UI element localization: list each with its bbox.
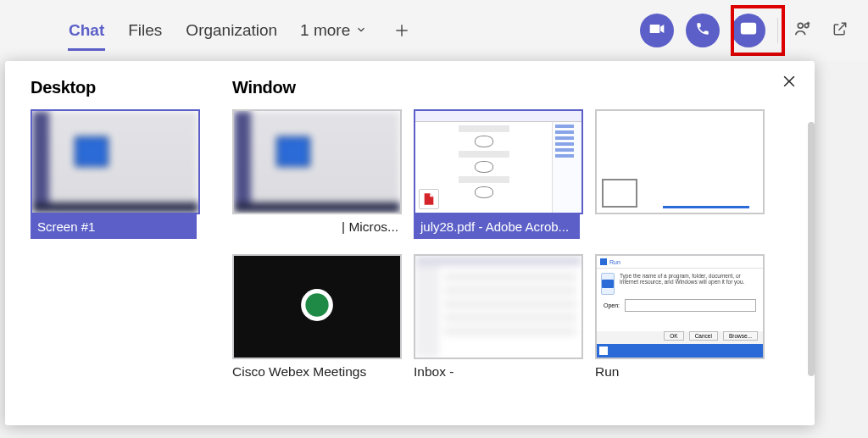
video-icon [648, 20, 665, 41]
pop-out-button[interactable] [827, 18, 853, 43]
share-tile-window[interactable]: july28.pdf - Adobe Acrob... [414, 109, 580, 239]
share-thumbnail [232, 109, 402, 214]
svg-rect-10 [602, 280, 614, 288]
close-panel-button[interactable] [781, 73, 798, 93]
tab-label: Organization [186, 21, 277, 40]
svg-point-8 [305, 293, 328, 316]
divider [777, 18, 778, 43]
tab-label: Chat [69, 21, 104, 40]
share-tile-window[interactable]: Cisco Webex Meetings [232, 254, 398, 380]
webex-logo-icon [299, 287, 335, 326]
run-open-label: Open: [604, 302, 620, 308]
share-tile-window[interactable]: | Micros... [232, 109, 398, 239]
share-tile-label: Run [595, 364, 761, 380]
close-icon [781, 78, 798, 92]
section-heading-window: Window [232, 78, 775, 97]
window-section: Window | Micros... [232, 78, 775, 380]
share-tile-label: Inbox - [414, 364, 580, 380]
share-tile-caption: july28.pdf - Adobe Acrob... [414, 214, 580, 239]
share-thumbnail: Run Type the name of a program, folder, … [595, 254, 765, 359]
share-tile-label: | Micros... [232, 219, 398, 235]
more-label: 1 more [300, 21, 350, 40]
run-cancel-btn: Cancel [689, 331, 718, 341]
run-dialog-icon [600, 258, 607, 266]
pop-out-icon [832, 20, 849, 41]
run-program-icon [601, 273, 615, 295]
pdf-icon [419, 189, 439, 209]
share-tile-window[interactable]: Run Type the name of a program, folder, … [595, 254, 761, 380]
svg-point-3 [798, 23, 803, 28]
share-thumbnail [31, 109, 200, 214]
run-ok-btn: OK [664, 331, 683, 341]
run-dialog-title: Run [609, 259, 620, 265]
add-tab-button[interactable] [389, 18, 415, 43]
share-tile-window[interactable] [595, 109, 761, 239]
share-tile-window[interactable]: Inbox - [414, 254, 580, 380]
run-instruction-text: Type the name of a program, folder, docu… [620, 273, 759, 295]
header-actions [640, 14, 853, 47]
tab-organization[interactable]: Organization [185, 0, 278, 61]
add-people-button[interactable] [790, 18, 815, 43]
share-tile-label: Cisco Webex Meetings [232, 364, 398, 380]
share-tile-caption: Screen #1 [31, 214, 197, 239]
panel-scrollbar[interactable] [808, 122, 815, 376]
share-content-panel: Desktop Screen #1 Window | Micros... [5, 61, 815, 425]
tab-chat[interactable]: Chat [68, 0, 105, 61]
video-call-button[interactable] [640, 14, 674, 47]
audio-call-button[interactable] [686, 14, 720, 47]
svg-rect-9 [600, 258, 607, 265]
chevron-down-icon [355, 21, 367, 40]
share-thumbnail [595, 109, 765, 214]
chat-header: Chat Files Organization 1 more [0, 0, 868, 61]
add-people-icon [793, 19, 812, 42]
desktop-section: Desktop Screen #1 [31, 78, 209, 380]
section-heading-desktop: Desktop [31, 78, 209, 97]
share-screen-button[interactable] [732, 14, 765, 47]
share-thumbnail [232, 254, 402, 359]
share-tile-screen1[interactable]: Screen #1 [31, 109, 197, 239]
share-thumbnail [414, 254, 583, 359]
chat-tabs: Chat Files Organization 1 more [68, 0, 415, 61]
tab-files[interactable]: Files [127, 0, 163, 61]
phone-icon [695, 21, 710, 40]
run-browse-btn: Browse... [723, 331, 758, 341]
share-thumbnail [414, 109, 583, 214]
tabs-more-dropdown[interactable]: 1 more [300, 21, 367, 40]
share-screen-icon [739, 19, 758, 42]
run-open-input [625, 299, 756, 312]
tab-label: Files [128, 21, 162, 40]
